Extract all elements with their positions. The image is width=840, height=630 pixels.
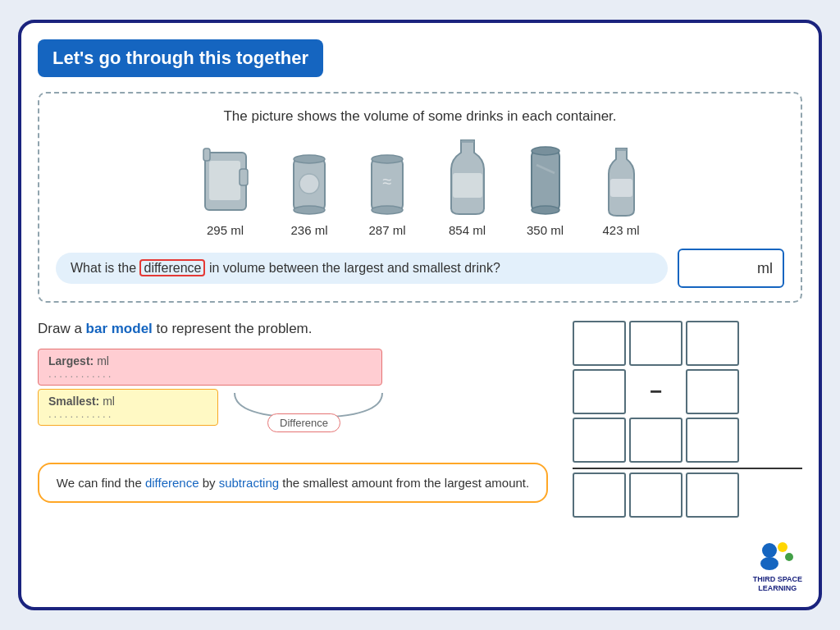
grid-cell-8 (629, 418, 682, 463)
svg-rect-3 (240, 169, 248, 185)
svg-rect-18 (616, 148, 627, 151)
bottle-large-icon (443, 136, 492, 218)
grid-right: − (573, 321, 802, 518)
jug-icon (197, 144, 254, 218)
container-bottle-854: 854 ml (443, 136, 492, 237)
tip-middle: by (199, 476, 219, 490)
smallest-row: Smallest: ml ............ Difference (38, 389, 548, 446)
svg-point-7 (299, 174, 319, 194)
svg-point-22 (785, 553, 793, 561)
bar-smallest: Smallest: ml ............ (38, 389, 218, 426)
bm-highlight: bar model (86, 321, 153, 336)
smallest-dots: ............ (48, 408, 208, 420)
can-tall-icon (525, 144, 566, 218)
bottom-cell-2 (629, 472, 682, 518)
container-label-287: 287 ml (368, 223, 405, 237)
svg-rect-12 (461, 140, 474, 143)
question-row: What is the difference in volume between… (56, 249, 784, 288)
q-highlight: difference (139, 259, 205, 276)
tsl-line2: LEARNING (753, 584, 802, 594)
bar-largest: Largest: ml ............ (38, 349, 382, 386)
container-can-287: ≈ 287 ml (365, 153, 410, 237)
bottle-small-icon (599, 144, 644, 218)
svg-rect-13 (453, 173, 482, 198)
main-card: Let's go through this together The pictu… (18, 20, 822, 610)
grid-cell-6 (686, 369, 739, 414)
header-text: Let's go through this together (52, 48, 308, 68)
containers-row: 295 ml 236 ml ≈ 2 (56, 136, 784, 237)
bottom-cell-1 (573, 472, 626, 518)
bar-model-title: Draw a bar model to represent the proble… (38, 321, 548, 337)
svg-point-10 (372, 206, 403, 214)
bottom-cell-3 (686, 472, 739, 518)
dashed-question-box: The picture shows the volume of some dri… (38, 92, 802, 303)
tip-diff: difference (145, 476, 199, 490)
can-icon-287: ≈ (365, 153, 410, 218)
header-banner: Let's go through this together (38, 39, 323, 77)
svg-point-16 (532, 206, 559, 214)
tip-prefix: We can find the (57, 476, 145, 490)
tsl-logo-icon (758, 541, 797, 572)
container-can-350: 350 ml (525, 144, 566, 237)
grid-cell-2 (629, 321, 682, 366)
svg-point-21 (778, 542, 788, 552)
svg-rect-2 (203, 148, 210, 161)
q-suffix: in volume between the largest and smalle… (205, 261, 500, 275)
tip-suffix: the smallest amount from the largest amo… (279, 476, 529, 490)
svg-rect-14 (532, 151, 559, 210)
svg-rect-1 (209, 161, 240, 200)
container-can-236: 236 ml (287, 153, 332, 237)
grid-cell-4 (573, 369, 626, 414)
brace-area: Difference (226, 389, 390, 446)
container-label-423: 423 ml (602, 223, 639, 237)
smallest-label: Smallest: (48, 395, 99, 408)
largest-dots: ............ (48, 368, 372, 380)
can-icon-236 (287, 153, 332, 218)
minus-sign: − (629, 369, 682, 414)
diff-label-text: Difference (280, 417, 328, 429)
bm-prefix: Draw a (38, 321, 86, 336)
container-jug: 295 ml (197, 144, 254, 237)
bottom-grid (573, 468, 802, 518)
svg-point-5 (294, 155, 325, 163)
bar-model-left: Draw a bar model to represent the proble… (38, 321, 548, 503)
tip-box: We can find the difference by subtractin… (38, 463, 548, 503)
svg-point-9 (372, 155, 403, 163)
tsl-line1: THIRD SPACE (753, 575, 802, 585)
answer-unit: ml (757, 260, 773, 277)
tip-sub: subtracting (219, 476, 279, 490)
description-text: The picture shows the volume of some dri… (56, 108, 784, 125)
largest-label: Largest: (48, 354, 94, 368)
bm-suffix: to represent the problem. (153, 321, 313, 336)
grid-cell-9 (686, 418, 739, 463)
container-label-295: 295 ml (207, 223, 244, 237)
svg-point-15 (532, 147, 559, 155)
svg-point-23 (760, 557, 778, 570)
svg-point-6 (294, 206, 325, 214)
largest-unit: ml (97, 354, 109, 368)
grid-cell-1 (573, 321, 626, 366)
top-grid: − (573, 321, 739, 463)
difference-label: Difference (267, 413, 340, 432)
svg-text:≈: ≈ (382, 172, 391, 190)
container-label-350: 350 ml (527, 223, 564, 237)
answer-box[interactable]: ml (678, 249, 784, 288)
grid-section: − (573, 321, 802, 463)
container-label-236: 236 ml (290, 223, 327, 237)
container-bottle-423: 423 ml (599, 144, 644, 237)
tsl-text: THIRD SPACE LEARNING (753, 575, 802, 594)
bar-model-section: Draw a bar model to represent the proble… (38, 321, 802, 518)
bar-diagram: Largest: ml ............ Smallest: ml ..… (38, 349, 548, 446)
question-bubble: What is the difference in volume between… (56, 253, 668, 284)
grid-cell-7 (573, 418, 626, 463)
container-label-854: 854 ml (449, 223, 486, 237)
tsl-logo: THIRD SPACE LEARNING (753, 541, 802, 594)
q-prefix: What is the (71, 261, 139, 275)
svg-point-20 (762, 543, 777, 558)
svg-rect-19 (610, 179, 632, 197)
smallest-unit: ml (103, 395, 115, 408)
grid-cell-3 (686, 321, 739, 366)
